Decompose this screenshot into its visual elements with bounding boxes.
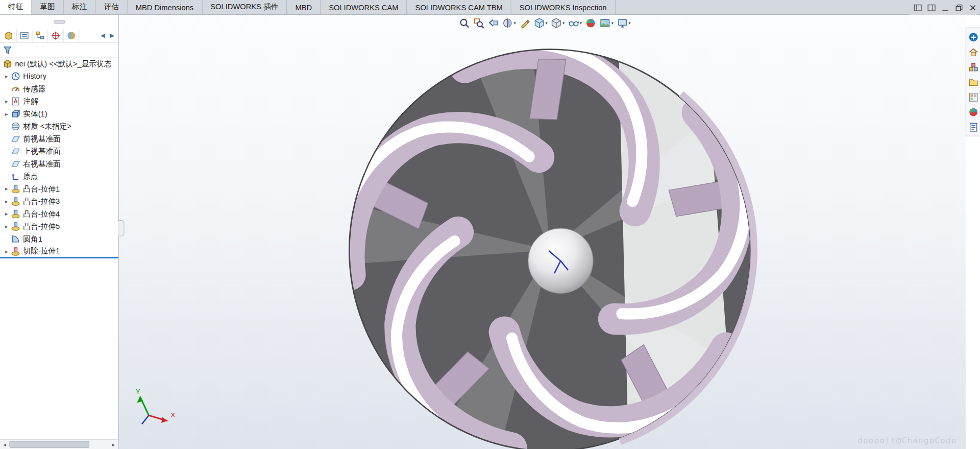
panel-tab[interactable]: [1, 29, 17, 41]
tree-item[interactable]: 右视基准面: [0, 158, 118, 170]
panel-nav-left-icon[interactable]: ◀: [101, 32, 105, 38]
edit-appearance-icon: [585, 17, 596, 29]
appearances-scenes-button[interactable]: [966, 104, 980, 119]
tree-root-item[interactable]: nei (默认) <<默认>_显示状态: [0, 58, 118, 70]
tree-filter-input[interactable]: [15, 45, 115, 55]
panel-tab[interactable]: [64, 29, 80, 41]
feature-manager-tab-icon: [4, 30, 14, 40]
dynamic-annotation-icon: [519, 17, 530, 29]
dropdown-caret-icon[interactable]: ▾: [514, 20, 516, 26]
panel-tab[interactable]: [17, 29, 33, 41]
tree-item-label: nei (默认) <<默认>_显示状态: [15, 58, 111, 69]
expand-arrow-icon[interactable]: ▸: [3, 211, 11, 217]
tree-item[interactable]: ▸凸台-拉伸1: [0, 183, 118, 195]
material-icon: [11, 122, 21, 132]
dropdown-caret-icon[interactable]: ▾: [628, 20, 630, 26]
pane-left-button[interactable]: [913, 3, 922, 12]
filter-funnel-icon[interactable]: [3, 45, 13, 55]
hide-show-items-icon: [568, 17, 579, 29]
tree-item-label: 右视基准面: [23, 158, 60, 169]
tree-item[interactable]: ▸切除-拉伸1: [0, 245, 118, 258]
expand-arrow-icon[interactable]: ▸: [3, 73, 11, 79]
zoom-to-area-button[interactable]: [473, 17, 485, 29]
expand-arrow-icon[interactable]: ▸: [3, 98, 11, 104]
panel-nav-right-icon[interactable]: ▶: [110, 32, 114, 38]
ribbon-tab[interactable]: SOLIDWORKS 插件: [202, 0, 287, 14]
annotation-icon: [11, 97, 21, 107]
scrollbar-thumb[interactable]: [9, 441, 89, 447]
tree-item-label: History: [23, 72, 46, 81]
tree-item-label: 实体(1): [23, 108, 47, 119]
section-view-button[interactable]: ▾: [501, 17, 517, 29]
tree-item[interactable]: ▸History: [0, 70, 118, 82]
close-button[interactable]: [968, 3, 977, 12]
zoom-to-fit-button[interactable]: [458, 17, 471, 29]
pane-right-button[interactable]: [927, 3, 936, 12]
tree-item[interactable]: 前视基准面: [0, 133, 118, 145]
ribbon-tab[interactable]: 标注: [64, 0, 95, 14]
scrollbar-left-arrow[interactable]: ◂: [0, 440, 9, 448]
panel-tab[interactable]: [33, 29, 48, 41]
dimxpert-manager-tab-icon: [51, 30, 61, 40]
dropdown-caret-icon[interactable]: ▾: [545, 20, 547, 26]
dropdown-caret-icon[interactable]: ▾: [562, 20, 565, 26]
restore-button[interactable]: [954, 3, 964, 12]
ribbon-tab[interactable]: 特征: [0, 0, 32, 14]
ribbon-tab[interactable]: MBD: [287, 0, 321, 14]
view-palette-button[interactable]: [966, 89, 980, 104]
dropdown-caret-icon[interactable]: ▾: [611, 20, 614, 26]
panel-collapse-handle[interactable]: [54, 20, 65, 23]
task-pane: [966, 15, 980, 449]
window-controls: [910, 0, 977, 15]
tree-item[interactable]: 材质 <未指定>: [0, 120, 118, 132]
tree-item-label: 前视基准面: [23, 133, 60, 144]
graphics-viewport[interactable]: Y X ▾▾▾▾▾▾ dooooit@ChangeCode: [119, 15, 966, 449]
file-explorer-button[interactable]: [966, 75, 980, 89]
impeller-faces: [278, 15, 804, 449]
view-orientation-button[interactable]: ▾: [533, 17, 548, 29]
custom-properties-icon: [968, 122, 978, 132]
tree-item[interactable]: 原点: [0, 170, 118, 182]
expand-arrow-icon[interactable]: ▸: [3, 248, 11, 254]
panel-tab[interactable]: [48, 29, 64, 41]
view-settings-button[interactable]: ▾: [616, 17, 631, 29]
previous-view-button[interactable]: [487, 17, 499, 29]
dynamic-annotation-button[interactable]: [519, 17, 531, 29]
tree-item[interactable]: 上视基准面: [0, 145, 118, 157]
ribbon-tab[interactable]: SOLIDWORKS Inspection: [511, 0, 616, 14]
tree-item[interactable]: ▸凸台-拉伸3: [0, 195, 118, 207]
panel-splitter-handle[interactable]: [118, 220, 124, 237]
tree-item[interactable]: 传感器: [0, 83, 118, 95]
ribbon-tab[interactable]: MBD Dimensions: [128, 0, 203, 14]
view-settings-icon: [617, 17, 628, 29]
edit-appearance-button[interactable]: [584, 17, 597, 29]
custom-properties-button[interactable]: [966, 120, 980, 134]
ribbon-tab[interactable]: SOLIDWORKS CAM TBM: [407, 0, 511, 14]
expand-arrow-icon[interactable]: ▸: [3, 186, 11, 192]
tree-item[interactable]: 圆角1: [0, 233, 118, 245]
tree-item[interactable]: ▸凸台-拉伸4: [0, 208, 118, 220]
design-library-button[interactable]: [966, 59, 980, 74]
part-icon: [3, 59, 13, 69]
configuration-manager-tab-icon: [35, 30, 45, 40]
ribbon-tab[interactable]: 草图: [32, 0, 63, 14]
expand-arrow-icon[interactable]: ▸: [3, 223, 11, 229]
tree-item[interactable]: ▸凸台-拉伸5: [0, 220, 118, 232]
tree-item[interactable]: ▸注解: [0, 95, 118, 107]
tree-item[interactable]: ▸实体(1): [0, 108, 118, 120]
ribbon-tab[interactable]: 评估: [95, 0, 127, 14]
cut-extrude-icon: [11, 246, 21, 256]
home-icon: [968, 46, 978, 57]
apply-scene-button[interactable]: ▾: [599, 17, 614, 29]
dropdown-caret-icon[interactable]: ▾: [580, 20, 582, 26]
display-style-button[interactable]: ▾: [550, 17, 566, 29]
expand-arrow-icon[interactable]: ▸: [3, 198, 11, 204]
hide-show-items-button[interactable]: ▾: [567, 17, 582, 29]
expand-arrow-icon[interactable]: ▸: [3, 111, 11, 117]
solidworks-resources-button[interactable]: [966, 30, 980, 44]
model-impeller[interactable]: Y X: [119, 15, 966, 449]
minimize-button[interactable]: [941, 3, 950, 12]
ribbon-tab[interactable]: SOLIDWORKS CAM: [321, 0, 407, 14]
home-button[interactable]: [966, 44, 980, 59]
scrollbar-right-arrow[interactable]: ▸: [109, 440, 118, 448]
